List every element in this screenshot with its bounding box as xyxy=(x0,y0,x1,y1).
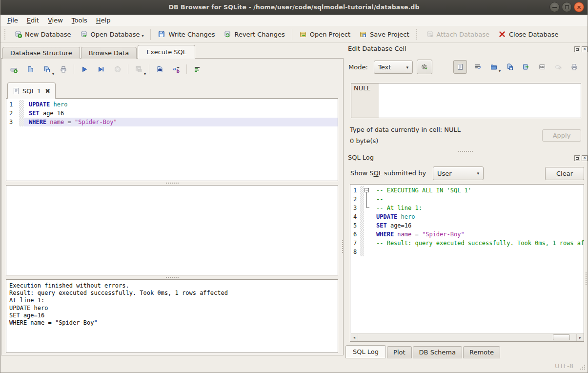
window-title: DB Browser for SQLite - /home/user/code/… xyxy=(169,3,420,11)
set-null-button xyxy=(553,62,564,72)
tab-browse-data[interactable]: Browse Data xyxy=(81,47,137,59)
tab-execute-sql[interactable]: Execute SQL xyxy=(138,45,195,59)
execution-log: Execution finished without errors. Resul… xyxy=(6,279,338,353)
open-database-button[interactable]: Open Database ▾ xyxy=(76,28,148,40)
sql1-editor-tab[interactable]: SQL 1 ✖ xyxy=(7,83,56,99)
scrollbar-thumb[interactable] xyxy=(553,334,570,340)
minimize-button[interactable] xyxy=(549,2,560,12)
scroll-right-arrow-icon[interactable]: ▸ xyxy=(576,334,584,341)
toolbar-separator xyxy=(150,29,151,40)
mode-label: Mode: xyxy=(348,63,368,71)
import-folder-icon xyxy=(490,63,498,71)
tab-plot[interactable]: Plot xyxy=(387,346,412,358)
editor-results-splitter[interactable] xyxy=(6,181,338,185)
titlebar[interactable]: DB Browser for SQLite - /home/user/code/… xyxy=(0,0,588,15)
auto-apply-button[interactable] xyxy=(417,60,432,74)
open-external-button[interactable] xyxy=(537,62,547,72)
save-sql-file-button[interactable]: ▾ xyxy=(41,63,53,75)
save-sql-file-menu-caret[interactable]: ▾ xyxy=(52,72,54,76)
dock-float-button[interactable] xyxy=(574,155,580,161)
find-button[interactable] xyxy=(154,63,165,75)
menu-tools[interactable]: Tools xyxy=(67,16,92,25)
toolbar-drag-handle[interactable] xyxy=(4,29,7,40)
tab-sql-log[interactable]: SQL Log xyxy=(345,345,386,358)
open-tab-button[interactable] xyxy=(8,63,20,75)
fold-margin xyxy=(19,118,24,126)
chevron-down-icon: ▾ xyxy=(477,171,479,176)
cell-edit-area[interactable] xyxy=(379,83,581,118)
export-data-button[interactable] xyxy=(505,62,515,72)
mode-select[interactable]: Text ▾ xyxy=(374,61,413,74)
code-line: 6WHERE name = "Spider-Boy" xyxy=(350,230,584,239)
find-replace-button[interactable]: ab xyxy=(170,63,182,75)
resize-grip[interactable] xyxy=(580,365,585,370)
print-icon xyxy=(570,63,578,71)
print-cell-button[interactable] xyxy=(569,62,580,72)
panel-splitter[interactable] xyxy=(342,240,344,253)
open-project-button[interactable]: Open Project xyxy=(295,28,355,40)
fold-marker[interactable] xyxy=(364,186,370,195)
save-results-icon xyxy=(135,65,142,73)
sql-log-horizontal-scrollbar[interactable]: ◂ ▸ xyxy=(351,333,584,341)
code-line: 1UPDATE hero xyxy=(6,100,338,109)
dock-splitter-handle[interactable] xyxy=(458,151,473,152)
copy-cell-button[interactable] xyxy=(521,62,531,72)
close-tab-icon[interactable]: ✖ xyxy=(45,87,50,95)
sql-document-icon xyxy=(13,87,20,95)
format-sql-button[interactable] xyxy=(191,63,203,75)
import-menu-caret[interactable]: ▾ xyxy=(499,69,501,73)
open-sql-file-button[interactable] xyxy=(24,63,36,75)
line-number: 1 xyxy=(350,186,360,195)
maximize-button[interactable] xyxy=(562,2,572,12)
code-line: 4UPDATE hero xyxy=(350,212,584,221)
dock-edge-splitter[interactable] xyxy=(586,272,588,285)
menu-file[interactable]: File xyxy=(3,16,22,25)
scroll-left-arrow-icon[interactable]: ◂ xyxy=(351,334,358,341)
dock-close-button[interactable]: × xyxy=(582,155,588,161)
sql-log-view[interactable]: 1-- EXECUTING ALL IN 'SQL 1'2--3-- At li… xyxy=(350,184,584,342)
results-log-splitter[interactable] xyxy=(6,275,338,279)
tab-db-schema[interactable]: DB Schema xyxy=(413,346,462,358)
close-button[interactable]: × xyxy=(574,2,584,12)
cell-size-info: 0 byte(s) xyxy=(350,137,378,145)
edit-cell-dock-buttons: × xyxy=(574,46,588,52)
save-project-button[interactable]: Save Project xyxy=(355,28,414,40)
write-changes-button[interactable]: Write Changes xyxy=(153,28,219,40)
dock-float-button[interactable] xyxy=(574,46,580,52)
toolbar-separator xyxy=(149,64,149,74)
tab-database-structure[interactable]: Database Structure xyxy=(2,47,80,59)
revert-changes-button[interactable]: Revert Changes xyxy=(219,28,289,40)
print-button[interactable] xyxy=(58,63,69,75)
print-icon xyxy=(60,65,67,73)
dock-close-button[interactable]: × xyxy=(582,46,588,52)
sql-editor[interactable]: 1UPDATE hero2SET age=163WHERE name = "Sp… xyxy=(6,98,338,181)
sql-log-filter-select[interactable]: User ▾ xyxy=(433,166,484,180)
tab-remote[interactable]: Remote xyxy=(463,346,500,358)
fold-marker xyxy=(364,204,370,212)
menu-view[interactable]: View xyxy=(43,16,67,25)
new-database-button[interactable]: New Database xyxy=(10,28,76,40)
menu-edit[interactable]: Edit xyxy=(22,16,43,25)
close-database-icon xyxy=(498,30,506,38)
line-number: 6 xyxy=(350,230,360,239)
fold-margin xyxy=(19,100,24,109)
menu-help[interactable]: Help xyxy=(92,16,115,25)
close-database-button[interactable]: Close Database xyxy=(494,28,563,40)
execute-current-line-button[interactable] xyxy=(95,63,107,75)
code-line: 2-- xyxy=(350,195,584,204)
execute-all-button[interactable] xyxy=(79,63,90,75)
word-wrap-button[interactable] xyxy=(472,62,483,72)
dock-tab-bar: SQL Log Plot DB Schema Remote xyxy=(345,345,501,358)
scrollbar-track[interactable] xyxy=(358,334,576,341)
text-mode-button[interactable] xyxy=(453,60,467,74)
toolbar-drag-handle[interactable] xyxy=(416,29,419,40)
import-data-button[interactable]: ▾ xyxy=(488,62,499,72)
fold-marker xyxy=(364,212,370,221)
code-line: 8 xyxy=(350,248,584,256)
open-database-menu-caret[interactable]: ▾ xyxy=(142,34,143,38)
clear-log-button[interactable]: Clear xyxy=(545,167,584,180)
mode-value: Text xyxy=(378,63,391,71)
find-icon xyxy=(156,65,163,73)
cell-value-editor[interactable]: NULL xyxy=(351,83,581,118)
filter-value: User xyxy=(437,170,452,177)
